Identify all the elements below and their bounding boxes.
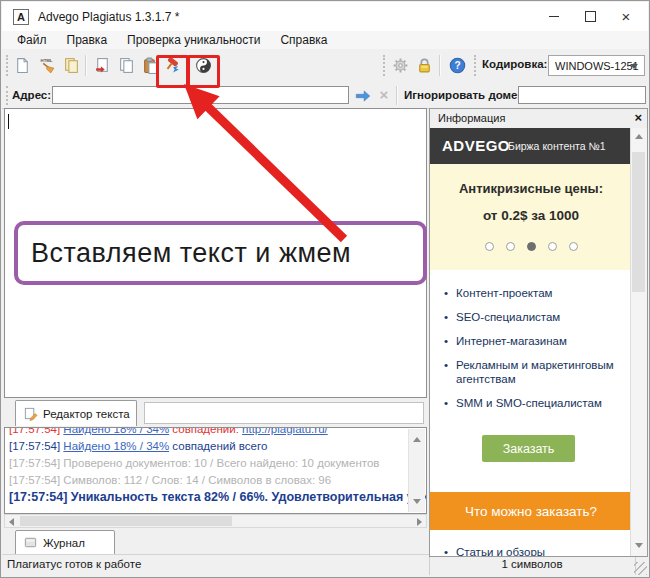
journal-icon	[23, 535, 38, 550]
scrollbar-thumb[interactable]	[20, 516, 232, 526]
advego-tagline: Биржа контента №1	[508, 140, 606, 152]
list-item: •Контент-проектам	[444, 286, 624, 300]
cut-page-button[interactable]	[90, 53, 114, 78]
help-button[interactable]: ?	[445, 53, 469, 78]
scrollbar-thumb[interactable]	[632, 152, 645, 292]
tab-journal[interactable]: Журнал	[15, 530, 115, 555]
tab-text-editor[interactable]: Редактор текста	[15, 400, 137, 426]
bullet: •	[444, 358, 448, 386]
address-input[interactable]	[52, 86, 349, 104]
encoding-select[interactable]: WINDOWS-1251	[548, 55, 645, 76]
paste-button[interactable]	[138, 53, 162, 78]
log-line: [17:57:54] Символов: 112 / Слов: 14 / Си…	[9, 472, 408, 489]
log-text: [17:57:54] Проверено документов: 10 / Вс…	[9, 457, 379, 469]
duplicate-page-button[interactable]	[59, 53, 83, 78]
deep-check-button[interactable]	[191, 53, 215, 78]
status-bar: Плагиатус готов к работе 1 символов	[2, 554, 648, 576]
scroll-down-icon[interactable]	[413, 499, 421, 504]
new-document-button[interactable]	[10, 53, 34, 78]
scroll-left-icon[interactable]	[9, 518, 14, 526]
log-line: [17:57:54] Найдено 18% / 34% совпадений:…	[9, 427, 408, 438]
lock-button[interactable]	[412, 53, 436, 78]
separator	[396, 86, 398, 105]
tab-strip-empty-area	[144, 402, 424, 424]
bullet: •	[444, 546, 448, 556]
log-result-text: [17:57:54] Уникальность текста 82% / 66%…	[9, 490, 427, 504]
check-uniqueness-button[interactable]	[160, 53, 184, 78]
list-item-text: Интернет-магазинам	[456, 334, 567, 348]
scroll-right-icon[interactable]	[417, 518, 422, 526]
address-row: Адрес: × Игнорировать домены:	[2, 83, 648, 109]
html-clear-button[interactable]: HTML	[35, 53, 59, 78]
log-lines: [17:57:54] Найдено 18% / 34% совпадений:…	[9, 427, 408, 506]
order-button[interactable]: Заказать	[482, 435, 575, 462]
address-go-button[interactable]	[354, 87, 372, 104]
menu-file[interactable]: Файл	[2, 33, 57, 47]
carousel-dot[interactable]	[485, 242, 494, 251]
scroll-up-icon[interactable]	[413, 437, 421, 442]
info-panel-header: Информация ×	[430, 109, 647, 129]
list-item: •Рекламным и маркетинговым агентствам	[444, 358, 624, 386]
go-arrow-icon	[354, 87, 372, 105]
lock-icon	[416, 57, 433, 74]
close-icon: ×	[622, 9, 631, 24]
svg-text:?: ?	[454, 60, 460, 71]
address-clear-button[interactable]: ×	[376, 85, 392, 105]
minimize-button[interactable]	[536, 2, 572, 31]
window-controls: ×	[536, 2, 644, 31]
clear-x-icon: ×	[380, 86, 389, 103]
carousel-dot[interactable]	[548, 242, 557, 251]
promo-block: Антикризисные цены: от 0.2$ за 1000	[430, 164, 632, 270]
text-editor-area[interactable]: Вставляем текст и жмем	[4, 108, 427, 398]
log-panel: [17:57:54] Найдено 18% / 34% совпадений:…	[4, 427, 427, 514]
carousel-dot[interactable]	[569, 242, 578, 251]
info-vertical-scrollbar[interactable]	[630, 128, 647, 556]
info-panel-title: Информация	[438, 112, 505, 124]
ignore-domains-input[interactable]	[518, 86, 646, 104]
maximize-button[interactable]	[572, 2, 608, 31]
scroll-down-icon[interactable]	[635, 543, 643, 548]
app-icon: A	[13, 9, 29, 25]
log-horizontal-scrollbar[interactable]	[4, 514, 427, 528]
tab-label: Журнал	[43, 537, 85, 549]
settings-button[interactable]	[388, 53, 412, 78]
log-url-link[interactable]: http://plagiatu.ru/	[242, 427, 328, 435]
list-item: •SMM и SMO-специалистам	[444, 396, 624, 410]
paste-icon	[142, 57, 159, 74]
log-text: [17:57:54] Символов: 112 / Слов: 14 / Си…	[9, 474, 331, 486]
close-button[interactable]: ×	[608, 2, 644, 31]
encoding-value: WINDOWS-1251	[555, 60, 639, 72]
bullet: •	[444, 310, 448, 324]
status-message: Плагиатус готов к работе	[7, 558, 141, 570]
gear-icon	[392, 57, 409, 74]
advego-banner[interactable]: ADVEGO Биржа контента №1	[430, 128, 632, 164]
log-vertical-scrollbar[interactable]	[408, 429, 425, 512]
audience-list: •Контент-проектам •SEO-специалистам •Инт…	[444, 286, 624, 420]
list-item-partial: •Статьи и обзоры	[444, 546, 545, 556]
html-broom-icon: HTML	[39, 57, 56, 74]
log-link[interactable]: Найдено 18% / 34%	[63, 440, 169, 452]
section-header-banner: Что можно заказать?	[430, 492, 632, 530]
list-item-text: Рекламным и маркетинговым агентствам	[456, 358, 624, 386]
info-panel-body: ADVEGO Биржа контента №1 Антикризисные ц…	[430, 128, 647, 556]
info-panel-close-button[interactable]: ×	[634, 110, 642, 125]
resize-grip[interactable]	[634, 562, 647, 575]
bullet: •	[444, 396, 448, 410]
toolbar-separator	[85, 55, 87, 76]
menu-edit[interactable]: Правка	[57, 33, 118, 47]
log-line-result: [17:57:54] Уникальность текста 82% / 66%…	[9, 489, 408, 506]
menu-help[interactable]: Справка	[270, 33, 337, 47]
log-link[interactable]: Найдено 18% / 34%	[63, 427, 169, 435]
menu-uniqueness-check[interactable]: Проверка уникальности	[117, 33, 270, 47]
minimize-icon	[549, 16, 559, 17]
chevron-down-icon	[630, 64, 638, 69]
text-caret	[8, 114, 9, 129]
scroll-up-icon[interactable]	[635, 134, 643, 139]
carousel-dot-active[interactable]	[527, 242, 536, 251]
list-item-text: Статьи и обзоры	[456, 546, 545, 556]
log-timestamp: [17:57:54]	[9, 427, 63, 435]
log-timestamp: [17:57:54]	[9, 440, 63, 452]
carousel-dot[interactable]	[506, 242, 515, 251]
copy-button[interactable]	[114, 53, 138, 78]
copy-icon	[118, 57, 135, 74]
